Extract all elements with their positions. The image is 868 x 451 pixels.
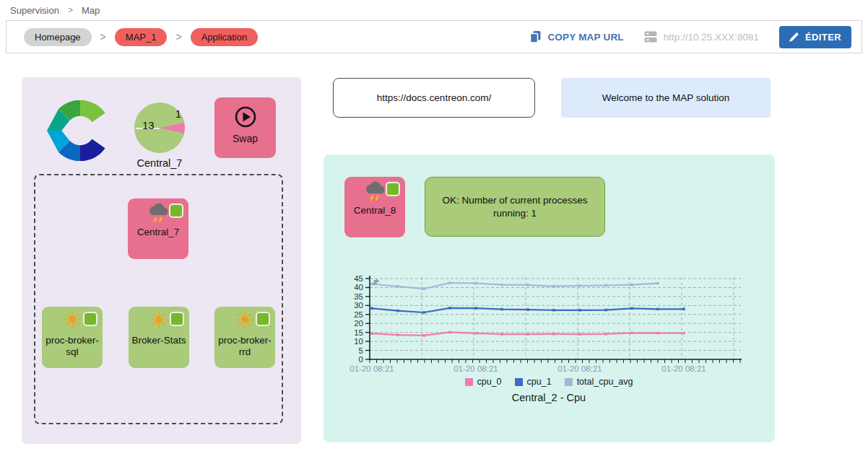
data-marker xyxy=(656,282,659,285)
data-marker xyxy=(526,284,529,286)
y-tick-label: 0 xyxy=(359,355,363,364)
data-marker xyxy=(604,333,607,336)
host-node-central7[interactable]: Central_7 xyxy=(128,198,188,259)
data-marker xyxy=(526,333,529,336)
legend-item-total-cpu-avg[interactable]: total_cpu_avg xyxy=(565,377,633,387)
series-line-total_cpu_avg xyxy=(372,283,658,289)
gauge-slice-count: 1 xyxy=(175,108,181,120)
top-breadcrumb: Supervision > Map xyxy=(0,0,868,20)
data-marker xyxy=(682,332,685,335)
data-marker xyxy=(396,285,399,288)
chart-legend: cpu_0 cpu_1 total_cpu_avg xyxy=(347,377,751,387)
node-label: Central_8 xyxy=(354,205,396,216)
data-marker xyxy=(656,332,659,335)
data-marker xyxy=(370,332,373,335)
map-canvas: 13 1 Central_7 Swap xyxy=(0,55,868,451)
edit-button[interactable]: ÉDITER xyxy=(779,26,851,48)
legend-item-cpu0[interactable]: cpu_0 xyxy=(465,377,502,387)
chevron-right-icon: > xyxy=(68,5,73,15)
node-label: Central_7 xyxy=(137,227,180,238)
welcome-banner: Welcome to the MAP solution xyxy=(561,78,771,118)
data-marker xyxy=(578,284,581,287)
breadcrumb-pill-map1[interactable]: MAP_1 xyxy=(115,28,168,46)
map-path-breadcrumb: Homepage > MAP_1 > Application xyxy=(24,28,258,46)
sun-icon xyxy=(235,310,254,334)
y-tick-label: 15 xyxy=(354,328,363,337)
gauge-widget: 13 1 Central_7 xyxy=(134,102,185,153)
legend-swatch xyxy=(465,378,473,386)
node-label: Broker-Stats xyxy=(131,335,186,346)
data-marker xyxy=(526,308,529,311)
swap-node[interactable]: Swap xyxy=(214,97,276,158)
data-marker xyxy=(448,331,451,334)
toolbar-right: COPY MAP URL http://10.25.XXX:8081 ÉDITE… xyxy=(529,26,851,48)
host-node-central8[interactable]: Central_8 xyxy=(344,177,405,237)
legend-swatch xyxy=(565,378,573,386)
data-marker xyxy=(396,310,399,312)
data-marker xyxy=(370,283,373,286)
sun-icon xyxy=(63,310,82,334)
storm-cloud-icon xyxy=(363,180,386,204)
data-marker xyxy=(500,333,503,336)
breadcrumb-pill-homepage[interactable]: Homepage xyxy=(24,28,92,46)
server-url-display: http://10.25.XXX:8081 xyxy=(644,30,759,43)
data-marker xyxy=(604,309,607,312)
left-group-panel: 13 1 Central_7 Swap xyxy=(22,77,301,444)
docs-link-box[interactable]: https://docs.centreon.com/ xyxy=(333,78,535,118)
y-tick-label: 30 xyxy=(354,301,363,310)
status-square xyxy=(386,182,400,196)
status-square xyxy=(169,203,183,218)
cpu-line-chart: 05101520253035404501-20 08:2101-20 08:21… xyxy=(345,271,750,377)
node-label: Swap xyxy=(233,133,258,144)
data-marker xyxy=(552,333,555,336)
copy-map-url-button[interactable]: COPY MAP URL xyxy=(529,30,623,43)
map-toolbar: Homepage > MAP_1 > Application COPY MAP … xyxy=(6,20,862,53)
sun-icon xyxy=(149,310,168,334)
data-marker xyxy=(396,333,399,336)
service-node-proc-broker-sql[interactable]: proc-broker-sql xyxy=(42,307,103,368)
data-marker xyxy=(604,284,607,287)
data-marker xyxy=(422,311,425,314)
x-tick-label: 01-20 08:21 xyxy=(453,364,498,373)
y-tick-label: 10 xyxy=(354,337,363,346)
x-tick-label: 01-20 08:21 xyxy=(661,364,706,373)
y-tick-label: 45 xyxy=(354,274,363,283)
data-marker xyxy=(474,282,477,285)
service-node-proc-broker-rrd[interactable]: proc-broker-rrd xyxy=(214,307,275,368)
data-marker xyxy=(630,332,633,335)
legend-swatch xyxy=(515,378,523,386)
data-marker xyxy=(682,308,685,311)
chevron-right-icon: > xyxy=(100,31,106,43)
y-tick-label: 5 xyxy=(359,346,363,355)
legend-item-cpu1[interactable]: cpu_1 xyxy=(515,377,552,387)
data-marker xyxy=(578,309,581,312)
gauge-main-count: 13 xyxy=(142,119,155,131)
data-marker xyxy=(656,308,659,311)
x-tick-label: 01-20 08:21 xyxy=(557,364,602,373)
play-circle-icon xyxy=(233,105,258,129)
data-marker xyxy=(500,308,503,311)
copy-icon xyxy=(529,30,542,43)
y-axis-unit: % xyxy=(370,278,380,287)
status-text-box: OK: Number of current processes running:… xyxy=(425,177,605,237)
y-tick-label: 25 xyxy=(354,310,363,319)
y-tick-label: 35 xyxy=(354,292,363,301)
x-tick-label: 01-20 08:21 xyxy=(350,364,394,373)
data-marker xyxy=(474,307,477,310)
data-marker xyxy=(370,307,373,310)
chart-title: Central_2 - Cpu xyxy=(347,392,751,403)
chevron-right-icon: > xyxy=(175,31,181,43)
data-marker xyxy=(500,284,503,286)
service-node-broker-stats[interactable]: Broker-Stats xyxy=(129,307,189,368)
centreon-logo xyxy=(43,97,117,167)
pencil-icon xyxy=(789,32,799,42)
data-marker xyxy=(578,333,581,336)
node-label: proc-broker-rrd xyxy=(214,335,275,357)
server-icon xyxy=(644,30,658,43)
y-tick-label: 40 xyxy=(354,283,363,292)
breadcrumb-map[interactable]: Map xyxy=(82,5,100,16)
right-group-panel: Central_8 OK: Number of current processe… xyxy=(324,154,775,442)
status-square xyxy=(256,312,270,326)
breadcrumb-supervision[interactable]: Supervision xyxy=(10,5,59,16)
breadcrumb-pill-application[interactable]: Application xyxy=(191,28,259,46)
